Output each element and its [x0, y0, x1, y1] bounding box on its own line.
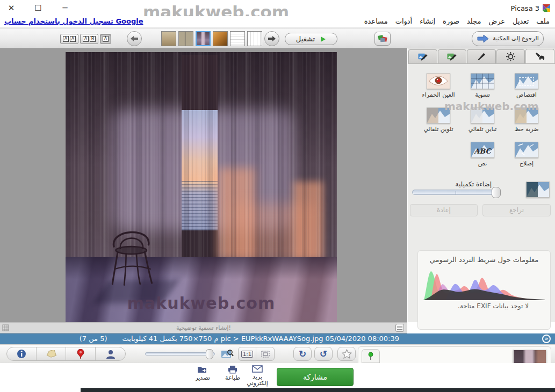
hold-selection-button[interactable] — [362, 350, 379, 363]
tab-lighting-tuning[interactable] — [496, 49, 525, 63]
menu-picture[interactable]: صورة — [443, 17, 459, 25]
geotag-button[interactable] — [66, 347, 96, 360]
collage-icon — [377, 34, 388, 43]
watermark-sidebar: makukweb.com — [444, 100, 539, 113]
tab-effects-blue[interactable] — [408, 49, 437, 63]
status-file-info: pic > EUPkkRxWAAAYSog.jpg 05/04/2020 08:… — [122, 335, 399, 343]
arrow-right-blue-icon — [477, 34, 489, 43]
redo-button[interactable]: إعادة — [410, 204, 478, 216]
one-to-one-label: 1:1 — [241, 351, 253, 358]
view-mode-side-by-side-button[interactable]: A A — [60, 34, 78, 44]
tags-button[interactable] — [37, 347, 66, 360]
grid-icon[interactable] — [2, 324, 9, 331]
blue-photo-brush-icon — [417, 52, 428, 62]
undo-button[interactable]: تراجع — [482, 204, 551, 216]
bottom-edge-strip — [81, 388, 555, 392]
filmstrip-thumb-city-aerial[interactable] — [161, 31, 176, 46]
caption-input[interactable]: إنشاء تسمية توضيحية! — [0, 323, 407, 333]
svg-text:ABC: ABC — [473, 147, 492, 155]
tab-effects-brush[interactable] — [467, 49, 496, 63]
play-icon — [320, 36, 326, 42]
filmstrip-thumb-curtain-room-selected[interactable] — [196, 31, 211, 46]
filmstrip-thumb-city-towers[interactable] — [178, 31, 193, 46]
green-photo-brush-icon — [446, 52, 457, 62]
tool-redeye[interactable]: العين الحمراء — [416, 73, 460, 98]
view-mode-letter: A — [63, 36, 69, 42]
tool-label: العين الحمراء — [422, 91, 455, 98]
filmstrip-thumb-spreadsheet-1[interactable] — [230, 31, 245, 46]
view-mode-letter: A — [83, 36, 89, 42]
export-folder-icon — [197, 365, 208, 374]
tool-text[interactable]: ABC نص — [460, 142, 504, 167]
info-tag-geotag-people-group — [6, 347, 126, 361]
tab-effects-green[interactable] — [438, 49, 467, 63]
filmstrip-thumb-spreadsheet-2[interactable] — [247, 31, 262, 46]
main-toolbar: A A A B A — [0, 28, 555, 48]
play-slideshow-button[interactable]: تشغيل — [285, 33, 337, 45]
menu-tools[interactable]: أدوات — [395, 17, 413, 25]
menu-file[interactable]: ملف — [536, 17, 550, 25]
menu-edit[interactable]: تعديل — [513, 17, 529, 25]
sun-icon — [506, 52, 516, 62]
zoom-slider-thumb[interactable] — [206, 349, 213, 359]
rotate-counterclockwise-button[interactable]: ↺ — [314, 347, 333, 361]
close-icon[interactable]: ✕ — [6, 3, 16, 13]
previous-photo-button[interactable] — [127, 31, 142, 46]
zoom-slider[interactable] — [145, 352, 215, 355]
menu-view[interactable]: عرض — [488, 17, 505, 25]
properties-button[interactable] — [7, 347, 37, 360]
picasa-window: ✕ ☐ ─ Picasa 3 makukweb.com تسجيل الدخول… — [0, 0, 555, 392]
menu-create[interactable]: إنشاء — [420, 17, 435, 25]
fill-light-slider[interactable] — [412, 190, 499, 195]
photo-curtain-room[interactable]: makukweb.com — [66, 52, 337, 322]
fix-tools-grid: اقتصاص تسوية العين الحمراء ضربة حظ — [414, 73, 549, 167]
straighten-tool-icon — [471, 73, 494, 89]
photo-magnifier-icon — [221, 349, 234, 359]
export-label: تصدير — [195, 375, 210, 381]
scale-buttons: 1:1 — [238, 347, 275, 361]
view-mode-letter: A — [103, 36, 109, 42]
filmstrip-thumb-wood-closeup[interactable] — [213, 31, 228, 46]
photo-chair — [106, 220, 158, 290]
app-title-area: Picasa 3 — [511, 4, 551, 12]
back-to-library-button[interactable]: الرجوع إلى المكتبة — [472, 31, 544, 46]
person-icon — [106, 350, 116, 359]
tab-commonly-needed-fixes[interactable] — [525, 49, 554, 63]
view-mode-letter: A — [70, 36, 76, 42]
crop-tool-icon — [515, 73, 538, 89]
image-zoom-preview-button[interactable] — [219, 347, 235, 361]
retouch-tool-icon — [515, 142, 538, 158]
status-expand-icon[interactable]: » — [542, 335, 551, 343]
text-tool-icon: ABC — [471, 142, 494, 158]
envelope-icon — [252, 365, 263, 373]
tool-retouch[interactable]: إصلاح — [504, 142, 549, 167]
actual-size-button[interactable]: 1:1 — [239, 347, 256, 360]
maximize-icon[interactable]: ☐ — [33, 3, 43, 13]
menu-help[interactable]: مساعدة — [364, 17, 388, 25]
next-photo-button[interactable] — [264, 31, 279, 46]
view-mode-single-button[interactable]: A — [100, 34, 111, 44]
rotate-clockwise-button[interactable]: ↻ — [293, 347, 312, 361]
app-title: Picasa 3 — [511, 4, 539, 12]
people-button[interactable] — [96, 347, 125, 360]
rotate-cw-icon: ↻ — [299, 349, 306, 359]
picasa-logo-icon — [542, 4, 551, 12]
tool-crop[interactable]: اقتصاص — [504, 73, 549, 98]
star-button[interactable] — [337, 347, 356, 361]
caption-options-icon[interactable] — [395, 324, 404, 332]
email-button[interactable]: بريد إلكتروني — [243, 365, 272, 387]
export-button[interactable]: تصدير — [188, 365, 217, 381]
tool-straighten[interactable]: تسوية — [460, 73, 504, 98]
fit-view-button[interactable] — [256, 347, 274, 360]
status-counter: (5 من 7) — [80, 335, 107, 343]
menu-folder[interactable]: مجلد — [467, 17, 481, 25]
share-button[interactable]: مشاركة — [277, 368, 354, 386]
fill-light-slider-thumb[interactable] — [492, 187, 501, 198]
collage-button[interactable] — [374, 32, 391, 46]
filmstrip — [161, 31, 262, 46]
photo-viewer-area: makukweb.com — [0, 48, 407, 322]
minimize-icon[interactable]: ─ — [60, 3, 70, 13]
histogram-title: معلومات حول شريط التردد الرسومي — [418, 256, 550, 264]
google-signin-link[interactable]: تسجيل الدخول باستخدام حساب Google — [4, 17, 143, 25]
view-mode-before-after-button[interactable]: A B — [80, 34, 98, 44]
